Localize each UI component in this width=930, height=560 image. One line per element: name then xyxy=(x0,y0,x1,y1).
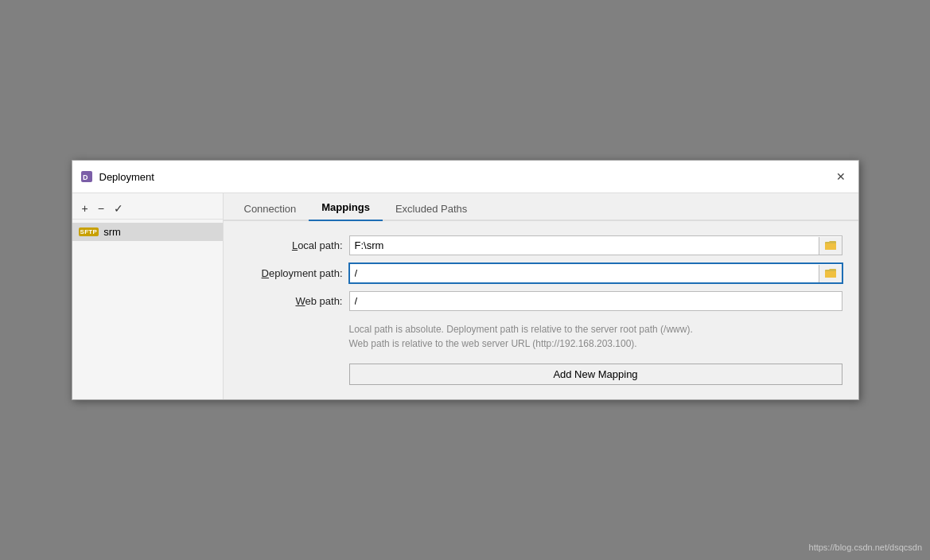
watermark: https://blog.csdn.net/dsqcsdn xyxy=(809,542,922,552)
folder-icon xyxy=(824,240,837,250)
hint-text: Local path is absolute. Deployment path … xyxy=(349,322,842,351)
confirm-button[interactable]: ✓ xyxy=(111,201,126,216)
folder-icon-2 xyxy=(824,268,837,278)
tab-bar: Connection Mappings Excluded Paths xyxy=(224,193,858,221)
close-button[interactable]: ✕ xyxy=(831,167,850,186)
tab-connection[interactable]: Connection xyxy=(232,196,309,221)
deployment-path-label: Deployment path: xyxy=(239,267,343,279)
local-path-input-wrapper xyxy=(349,235,842,255)
web-path-label: Web path: xyxy=(239,295,343,307)
main-content: Connection Mappings Excluded Paths Local… xyxy=(224,193,858,399)
sidebar-item-srm[interactable]: SFTP srm xyxy=(72,223,223,241)
local-path-label: Local path: xyxy=(239,239,343,251)
dialog-title: Deployment xyxy=(99,171,825,183)
deployment-path-browse-button[interactable] xyxy=(819,265,842,282)
local-path-input[interactable] xyxy=(350,236,819,255)
web-path-input-wrapper xyxy=(349,291,842,311)
local-path-row: Local path: xyxy=(239,235,842,255)
sidebar: + − ✓ SFTP srm xyxy=(72,193,224,399)
hint-line-2: Web path is relative to the web server U… xyxy=(349,336,842,351)
add-mapping-button[interactable]: Add New Mapping xyxy=(349,364,842,385)
sftp-badge: SFTP xyxy=(79,228,99,236)
tab-excluded-paths[interactable]: Excluded Paths xyxy=(383,196,480,221)
mappings-form: Local path: xyxy=(224,221,858,399)
web-path-input[interactable] xyxy=(350,292,842,310)
deployment-path-row: Deployment path: xyxy=(239,263,842,283)
svg-text:D: D xyxy=(83,173,88,181)
remove-server-button[interactable]: − xyxy=(95,201,107,216)
web-path-row: Web path: xyxy=(239,291,842,311)
title-bar: D Deployment ✕ xyxy=(72,161,858,193)
sidebar-item-label: srm xyxy=(103,226,121,238)
sidebar-toolbar: + − ✓ xyxy=(72,198,223,220)
deployment-dialog: D Deployment ✕ + − ✓ SFTP srm xyxy=(72,160,859,400)
hint-line-1: Local path is absolute. Deployment path … xyxy=(349,322,842,336)
add-server-button[interactable]: + xyxy=(79,201,91,216)
deployment-icon: D xyxy=(80,170,93,183)
local-path-browse-button[interactable] xyxy=(819,237,842,255)
deployment-path-input-wrapper xyxy=(349,263,842,283)
deployment-path-input[interactable] xyxy=(350,264,819,282)
tab-mappings[interactable]: Mappings xyxy=(309,195,383,221)
